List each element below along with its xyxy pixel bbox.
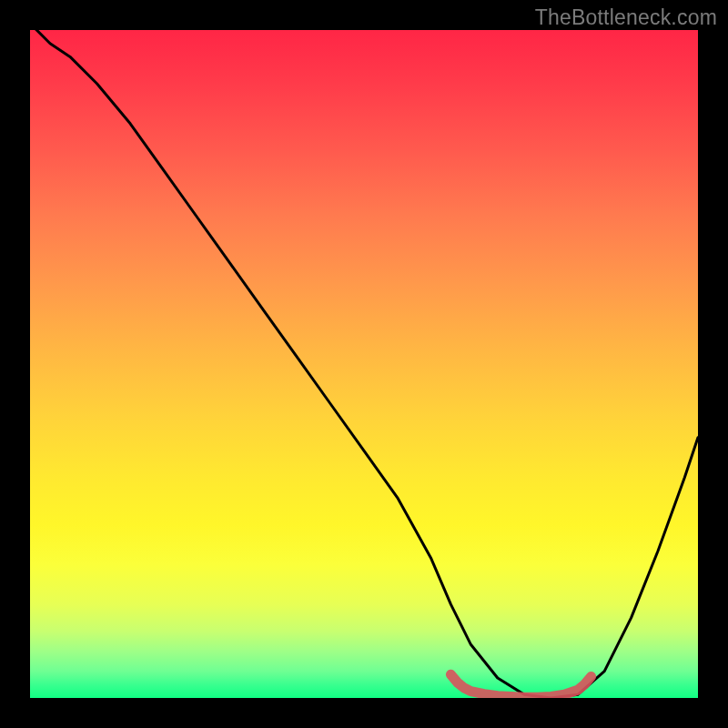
plot-area <box>30 30 698 698</box>
curve-layer <box>30 30 698 698</box>
bottleneck-curve <box>30 30 698 698</box>
chart-frame: TheBottleneck.com <box>0 0 728 728</box>
optimal-range-marker <box>450 674 591 697</box>
watermark-text: TheBottleneck.com <box>535 5 717 30</box>
